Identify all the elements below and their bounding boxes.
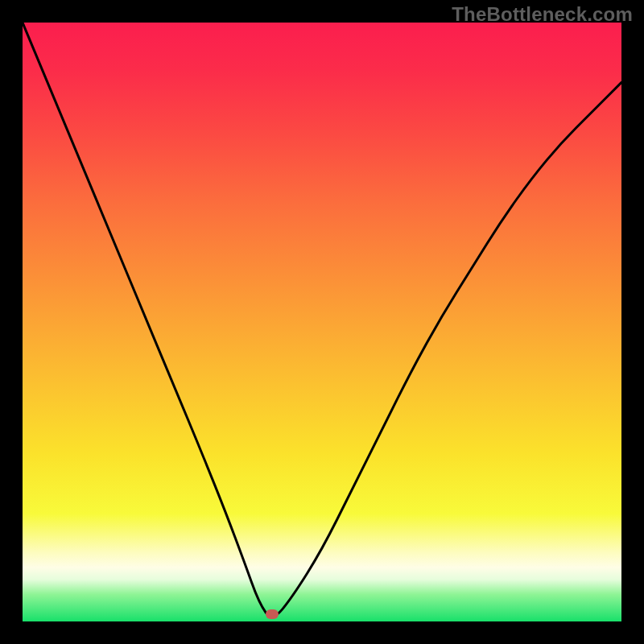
plot-area <box>23 23 621 621</box>
bottleneck-curve <box>23 23 621 621</box>
watermark-text: TheBottleneck.com <box>452 3 633 26</box>
curve-path <box>23 23 621 617</box>
minimum-marker <box>266 609 279 619</box>
